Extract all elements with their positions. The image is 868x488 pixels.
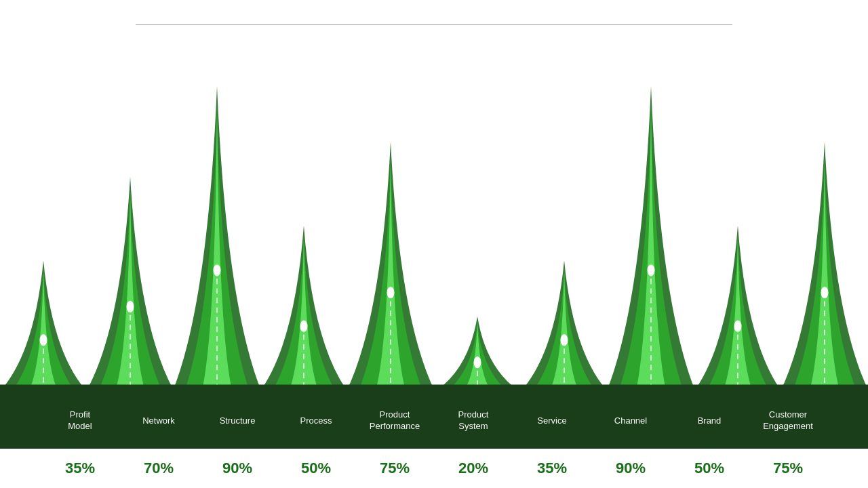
pct-text-7: 90%	[616, 460, 646, 476]
pct-text-5: 20%	[458, 460, 488, 476]
label-text-8: Brand	[698, 415, 722, 427]
label-item-3: Process	[282, 415, 350, 427]
svg-point-14	[561, 335, 568, 346]
label-item-6: Service	[518, 415, 586, 427]
svg-point-12	[474, 357, 481, 368]
label-text-4: ProductPerformance	[370, 409, 420, 432]
label-text-3: Process	[300, 415, 332, 427]
svg-point-20	[821, 287, 828, 298]
percentages-band: 35%70%90%50%75%20%35%90%50%75%	[0, 449, 868, 488]
label-text-1: Network	[142, 415, 175, 427]
svg-rect-21	[0, 384, 868, 393]
label-text-0: ProfitModel	[68, 409, 92, 432]
label-item-0: ProfitModel	[46, 409, 114, 432]
label-text-2: Structure	[220, 415, 256, 427]
svg-point-4	[127, 301, 134, 312]
label-item-9: CustomerEngagement	[754, 409, 822, 432]
pct-item-3: 50%	[282, 460, 350, 477]
pct-item-9: 75%	[754, 460, 822, 477]
svg-point-18	[734, 321, 741, 331]
svg-point-2	[40, 335, 47, 346]
pct-text-0: 35%	[65, 460, 95, 476]
pct-text-6: 35%	[537, 460, 567, 476]
pct-text-2: 90%	[222, 460, 252, 476]
pct-item-1: 70%	[125, 460, 193, 477]
pct-text-4: 75%	[380, 460, 410, 476]
mountains-container	[0, 32, 868, 393]
label-text-5: ProductSystem	[458, 409, 489, 432]
svg-point-16	[648, 265, 654, 276]
pct-item-7: 90%	[597, 460, 665, 477]
page: ProfitModelNetworkStructureProcessProduc…	[0, 0, 868, 488]
label-item-1: Network	[125, 415, 193, 427]
label-text-7: Channel	[614, 415, 647, 427]
pct-item-5: 20%	[439, 460, 507, 477]
pct-text-1: 70%	[144, 460, 174, 476]
labels-band: ProfitModelNetworkStructureProcessProduc…	[0, 393, 868, 449]
pct-item-2: 90%	[203, 460, 271, 477]
label-item-2: Structure	[203, 415, 271, 427]
svg-point-10	[387, 287, 394, 298]
pct-item-8: 50%	[675, 460, 743, 477]
title-divider	[136, 24, 732, 25]
label-item-8: Brand	[675, 415, 743, 427]
pct-text-3: 50%	[301, 460, 331, 476]
pct-text-8: 50%	[694, 460, 724, 476]
label-text-9: CustomerEngagement	[763, 409, 813, 432]
label-item-5: ProductSystem	[439, 409, 507, 432]
pct-item-4: 75%	[361, 460, 429, 477]
svg-point-6	[214, 265, 220, 276]
chart-area: ProfitModelNetworkStructureProcessProduc…	[0, 32, 868, 488]
svg-point-8	[300, 321, 307, 331]
label-text-6: Service	[537, 415, 566, 427]
pct-item-0: 35%	[46, 460, 114, 477]
label-item-7: Channel	[597, 415, 665, 427]
title-area	[0, 0, 868, 32]
pct-item-6: 35%	[518, 460, 586, 477]
label-item-4: ProductPerformance	[361, 409, 429, 432]
pct-text-9: 75%	[773, 460, 803, 476]
